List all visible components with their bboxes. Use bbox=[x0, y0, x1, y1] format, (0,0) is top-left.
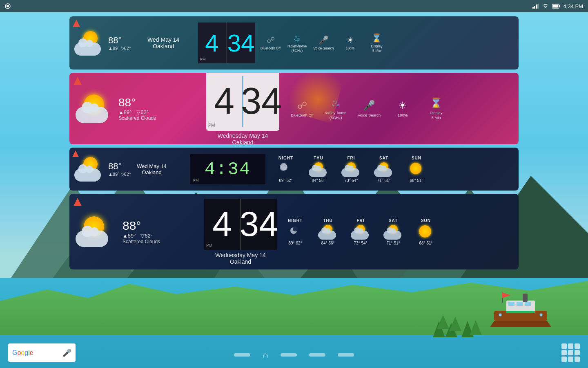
w2-weather-section: 88° ▲89° ▽62° Scattered Clouds bbox=[69, 92, 204, 125]
w3-weather-info: 88° ▲89° ▽62° bbox=[108, 161, 131, 177]
status-bar-left bbox=[5, 3, 11, 9]
w4-temp: 88° bbox=[122, 219, 160, 233]
w1-bluetooth-label: Bluetooth Off bbox=[261, 46, 281, 50]
widget-1: 88° ▲89° ▽62° Wed May 14 Oakland 4 PM 34 bbox=[69, 16, 519, 70]
w1-bluetooth-btn[interactable]: ☍ Bluetooth Off bbox=[257, 35, 284, 50]
svg-rect-35 bbox=[552, 5, 558, 8]
w1-hour: 4 PM bbox=[198, 22, 227, 63]
widget-3: 88° ▲89° ▽62° Wed May 14 Oakland PM 4:34… bbox=[69, 148, 519, 191]
w1-temp: 88° bbox=[108, 35, 131, 46]
w2-display-label: Display 5 Min bbox=[430, 110, 442, 120]
w2-display-btn[interactable]: ⌛ Display 5 Min bbox=[419, 95, 453, 122]
w4-thu-temps: 84° 56° bbox=[321, 241, 334, 245]
w4-cloud bbox=[76, 231, 108, 247]
w3-cloud bbox=[74, 168, 101, 182]
status-bar: 4:34 PM bbox=[0, 0, 588, 12]
w2-clock-area: 4 PM 34 Wednesday May 14 Oakland bbox=[204, 73, 281, 144]
w1-voice-label: Voice Search bbox=[313, 46, 334, 50]
svg-rect-18 bbox=[508, 302, 514, 306]
nav-dot-3[interactable] bbox=[338, 353, 354, 357]
w4-date: Wednesday May 14 bbox=[215, 252, 265, 258]
w2-temp: 88° bbox=[118, 96, 156, 109]
w1-min: 34 bbox=[227, 22, 255, 63]
w3-temp-range: ▲89° ▽62° bbox=[108, 172, 131, 177]
w1-wifi-btn[interactable]: ♨ radley-home (5GHz) bbox=[284, 33, 310, 52]
svg-rect-24 bbox=[506, 311, 535, 313]
timer-icon-w2: ⌛ bbox=[430, 97, 442, 109]
w2-min: 34 bbox=[243, 73, 279, 131]
w4-night-temps: 89° 62° bbox=[288, 241, 302, 245]
w4-forecast-fri: FRI 73° 54° bbox=[344, 216, 377, 247]
w2-weather-icon bbox=[76, 92, 112, 125]
w4-weather-section: 88° ▲89° ▽62° Scattered Clouds bbox=[69, 214, 204, 249]
w2-date: Wednesday May 14 bbox=[218, 132, 268, 139]
w3-forecast: NIGHT 89° 62° THU bbox=[267, 154, 519, 185]
w2-clock-display: 4 PM 34 bbox=[206, 73, 279, 131]
alert-icon-w1 bbox=[73, 20, 80, 27]
status-time: 4:34 PM bbox=[564, 3, 583, 9]
drawer-dot-6 bbox=[575, 350, 580, 355]
brightness-icon-w1: ☀ bbox=[347, 35, 354, 45]
svg-rect-21 bbox=[523, 294, 528, 302]
w3-night-temps: 89° 62° bbox=[279, 178, 292, 183]
w4-forecast-thu: THU 84° 56° bbox=[312, 216, 344, 247]
app-drawer-btn[interactable] bbox=[561, 343, 580, 362]
drawer-dot-5 bbox=[568, 350, 573, 355]
w3-forecast-night: NIGHT 89° 62° bbox=[270, 154, 302, 185]
w2-voice-btn[interactable]: 🎤 Voice Search bbox=[352, 98, 386, 119]
w4-forecast: NIGHT 89° 62° THU bbox=[277, 216, 519, 247]
w1-display-label: Display 5 Min bbox=[371, 44, 383, 52]
w2-brightness-label: 100% bbox=[398, 113, 408, 117]
drawer-dot-3 bbox=[575, 343, 580, 349]
w4-temp-range: ▲89° ▽62° bbox=[122, 233, 160, 239]
w1-voice-btn[interactable]: 🎤 Voice Search bbox=[310, 35, 337, 50]
w3-sun-icon bbox=[407, 162, 426, 177]
widget-4: 88° ▲89° ▽62° Scattered Clouds 4 PM 34 bbox=[69, 194, 519, 269]
w4-location: Wednesday May 14 Oakland bbox=[215, 252, 265, 265]
w4-forecast-sun: SUN 68° 51° bbox=[410, 216, 442, 247]
svg-marker-23 bbox=[502, 292, 510, 298]
w3-fri-temps: 73° 54° bbox=[344, 178, 358, 183]
w4-sun-icon bbox=[416, 224, 436, 240]
w1-brightness-btn[interactable]: ☀ 100% bbox=[337, 35, 363, 50]
svg-rect-20 bbox=[525, 302, 531, 306]
settings-icon bbox=[5, 3, 11, 9]
w3-temp: 88° bbox=[108, 161, 131, 172]
svg-point-36 bbox=[281, 164, 287, 171]
svg-rect-30 bbox=[534, 6, 535, 9]
svg-rect-19 bbox=[517, 302, 523, 306]
w2-brightness-btn[interactable]: ☀ 100% bbox=[386, 98, 419, 119]
brightness-icon-w2: ☀ bbox=[398, 100, 407, 111]
nav-recent-btn[interactable] bbox=[281, 353, 297, 357]
w3-clock-display: PM 4:34 bbox=[190, 154, 265, 184]
mic-icon-w2: 🎤 bbox=[363, 100, 375, 111]
svg-rect-34 bbox=[559, 5, 560, 7]
w1-temp-range: ▲89° ▽62° bbox=[108, 46, 131, 51]
svg-point-26 bbox=[539, 313, 543, 316]
nav-back-btn[interactable] bbox=[234, 353, 250, 357]
w4-forecast-night: NIGHT 89° 62° bbox=[279, 216, 312, 247]
w2-city: Oakland bbox=[232, 139, 253, 144]
w4-fri-icon bbox=[351, 224, 370, 240]
drawer-dot-8 bbox=[568, 357, 573, 362]
w1-weather-icon bbox=[74, 30, 105, 56]
w3-forecast-sun: SUN 68° 51° bbox=[400, 154, 433, 185]
w4-min: 34 bbox=[241, 199, 277, 250]
w4-sun-temps: 68° 51° bbox=[419, 241, 432, 245]
svg-marker-16 bbox=[490, 321, 551, 327]
w4-thu-icon bbox=[318, 224, 338, 240]
drawer-dot-4 bbox=[561, 350, 567, 355]
status-bar-right: 4:34 PM bbox=[532, 3, 583, 9]
nav-dot-2[interactable] bbox=[309, 353, 325, 357]
nav-home-btn[interactable]: ⌂ bbox=[263, 349, 269, 361]
w4-night-icon bbox=[285, 224, 305, 240]
w3-date: Wed May 14 bbox=[137, 163, 167, 169]
drawer-dot-9 bbox=[575, 357, 580, 362]
w3-forecast-thu: THU 84° 56° bbox=[302, 154, 335, 185]
w3-location: Wed May 14 Oakland bbox=[137, 163, 167, 175]
w3-night-icon bbox=[276, 162, 296, 177]
battery-icon bbox=[552, 4, 560, 9]
w2-temp-range: ▲89° ▽62° bbox=[118, 109, 156, 115]
w1-display-btn[interactable]: ⌛ Display 5 Min bbox=[363, 33, 390, 52]
w4-city: Oakland bbox=[215, 258, 265, 265]
